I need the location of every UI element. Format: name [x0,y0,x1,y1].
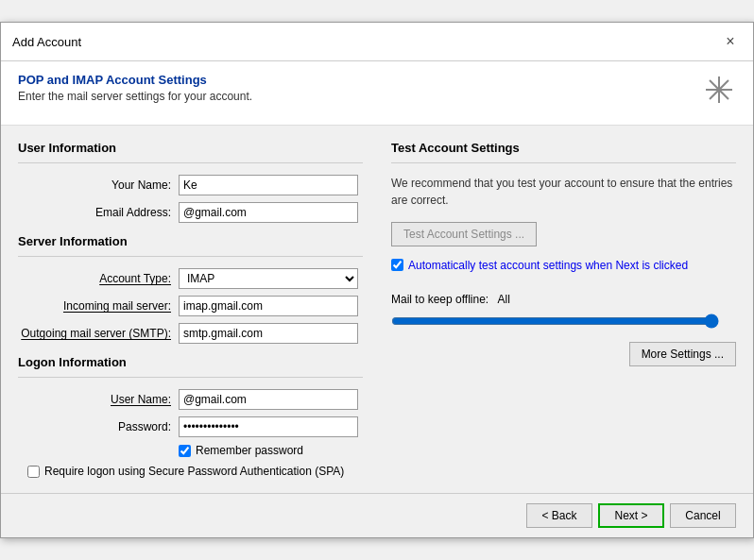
account-type-label: Account Type: [18,272,179,285]
next-button[interactable]: Next > [598,503,664,528]
test-section-title: Test Account Settings [391,141,736,155]
email-row: Email Address: [18,202,363,223]
offline-value: All [498,293,510,306]
auto-test-row: Automatically test account settings when… [391,258,736,274]
more-settings-row: More Settings ... [391,342,736,366]
email-label: Email Address: [18,206,179,219]
password-input[interactable] [179,416,358,437]
outgoing-label: Outgoing mail server (SMTP): [18,327,179,340]
your-name-row: Your Name: [18,175,363,195]
right-panel: Test Account Settings We recommend that … [382,141,736,478]
logon-section: Logon Information [18,355,363,378]
footer: < Back Next > Cancel [1,493,753,537]
username-input[interactable] [179,389,358,410]
password-label: Password: [18,420,179,433]
auto-test-checkbox[interactable] [391,259,403,271]
incoming-input[interactable] [179,296,358,316]
server-info-title: Server Information [18,234,363,248]
incoming-row: Incoming mail server: [18,296,363,316]
offline-section: Mail to keep offline: All [391,293,736,331]
close-button[interactable]: × [719,30,742,53]
email-input[interactable] [179,202,358,223]
dialog: Add Account × POP and IMAP Account Setti… [0,22,754,538]
account-type-select[interactable]: IMAP POP3 [179,268,358,289]
spa-label[interactable]: Require logon using Secure Password Auth… [44,465,344,478]
more-settings-button[interactable]: More Settings ... [629,342,736,366]
spa-checkbox[interactable] [27,466,40,478]
test-description: We recommend that you test your account … [391,175,736,209]
remember-password-row: Remember password [179,444,363,457]
outgoing-input[interactable] [179,323,358,344]
header-subtitle: Enter the mail server settings for your … [18,90,252,103]
remember-checkbox[interactable] [179,445,191,457]
left-panel: User Information Your Name: Email Addres… [18,141,363,478]
back-button[interactable]: < Back [526,503,592,528]
username-label: User Name: [18,393,179,406]
content: User Information Your Name: Email Addres… [1,126,753,493]
your-name-label: Your Name: [18,178,179,192]
server-info-section: Server Information [18,234,363,257]
account-type-row: Account Type: IMAP POP3 [18,268,363,289]
your-name-input[interactable] [179,175,358,195]
logon-title: Logon Information [18,355,363,369]
password-row: Password: [18,416,363,437]
header-section: POP and IMAP Account Settings Enter the … [1,61,753,126]
header-text: POP and IMAP Account Settings Enter the … [18,73,252,103]
auto-test-label[interactable]: Automatically test account settings when… [408,258,688,274]
dialog-title: Add Account [12,35,81,49]
username-row: User Name: [18,389,363,410]
spa-row: Require logon using Secure Password Auth… [27,465,363,478]
title-bar: Add Account × [1,23,753,61]
incoming-label: Incoming mail server: [18,299,179,313]
slider-container [391,312,719,331]
remember-label[interactable]: Remember password [196,444,303,457]
outgoing-row: Outgoing mail server (SMTP): [18,323,363,344]
test-account-settings-button[interactable]: Test Account Settings ... [391,222,537,246]
cancel-button[interactable]: Cancel [670,503,736,528]
offline-slider[interactable] [391,314,719,329]
header-title: POP and IMAP Account Settings [18,73,252,87]
user-info-title: User Information [18,141,363,155]
cursor-icon [702,73,736,113]
offline-label: Mail to keep offline: All [391,293,736,306]
